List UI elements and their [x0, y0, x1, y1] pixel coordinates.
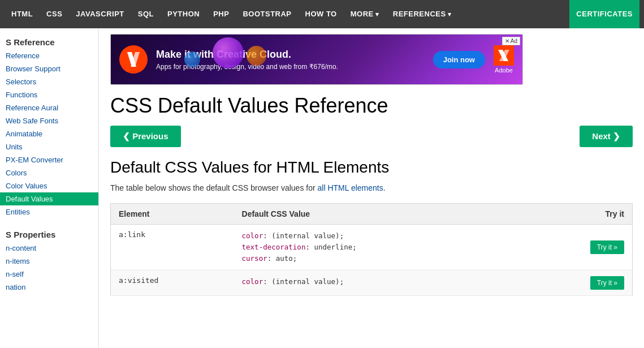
nav-html[interactable]: HTML [5, 0, 40, 28]
table-row: a:linkcolor: (internal value);text-decor… [111, 225, 633, 270]
ad-adobe-label: Adobe [495, 67, 513, 74]
col-element: Element [111, 204, 234, 225]
nav-javascript[interactable]: JAVASCRIPT [69, 0, 131, 28]
page-wrapper: S Reference Reference Browser Support Se… [0, 28, 644, 348]
page-title: CSS Default Values Reference [110, 94, 633, 118]
desc-link-html-elements[interactable]: all HTML elements [318, 183, 383, 192]
sidebar-item-animatable[interactable]: Animatable [0, 127, 98, 140]
try-it-button[interactable]: Try it » [590, 240, 624, 254]
main-content: ✕ Ad Make it with Creative Cloud. Apps f… [99, 28, 644, 348]
nav-sql[interactable]: SQL [131, 0, 161, 28]
nav-references[interactable]: REFERENCES [386, 0, 459, 28]
sidebar-item-colors[interactable]: Colors [0, 166, 98, 179]
sidebar-item-units[interactable]: Units [0, 140, 98, 153]
nav-howto[interactable]: HOW TO [299, 0, 344, 28]
nav-more[interactable]: MORE [344, 0, 386, 28]
desc-suffix: . [383, 183, 386, 192]
sidebar-item-selectors[interactable]: Selectors [0, 75, 98, 88]
nav-buttons: ❮ Previous Next ❯ [110, 126, 633, 147]
table-row: a:visitedcolor: (internal value);Try it … [111, 270, 633, 296]
next-button[interactable]: Next ❯ [580, 126, 633, 147]
sidebar-item-px-em[interactable]: PX-EM Converter [0, 153, 98, 166]
section-description: The table below shows the default CSS br… [110, 182, 633, 194]
table-cell-css: color: (internal value); [234, 270, 522, 296]
table-cell-element: a:visited [111, 270, 234, 296]
sidebar-item-reference[interactable]: Reference [0, 49, 98, 62]
sidebar-item-n-content[interactable]: n-content [0, 242, 98, 255]
sidebar-item-nation[interactable]: nation [0, 281, 98, 294]
sidebar-section1-title: S Reference [0, 33, 98, 49]
nav-css[interactable]: CSS [40, 0, 69, 28]
ad-banner: ✕ Ad Make it with Creative Cloud. Apps f… [110, 34, 523, 85]
default-values-table: Element Default CSS Value Try it a:linkc… [110, 203, 633, 296]
sidebar-item-default-values[interactable]: Default Values [0, 192, 98, 205]
col-default-css: Default CSS Value [234, 204, 522, 225]
sidebar-item-n-items[interactable]: n-items [0, 255, 98, 268]
ad-close-btn[interactable]: ✕ Ad [502, 37, 520, 45]
section-title: Default CSS Values for HTML Elements [110, 158, 633, 177]
table-header-row: Element Default CSS Value Try it [111, 204, 633, 225]
sidebar-item-functions[interactable]: Functions [0, 88, 98, 101]
desc-prefix: The table below shows the default CSS br… [110, 183, 318, 192]
table-cell-try: Try it » [522, 225, 633, 270]
table-cell-css: color: (internal value);text-decoration:… [234, 225, 522, 270]
nav-python[interactable]: PYTHON [161, 0, 206, 28]
ad-join-button[interactable]: Join now [433, 51, 485, 68]
nav-certificates[interactable]: CERTIFICATES [569, 0, 639, 28]
nav-references-dropdown[interactable]: REFERENCES [386, 0, 459, 28]
previous-button[interactable]: ❮ Previous [110, 126, 181, 147]
ad-cc-logo [119, 45, 148, 74]
nav-more-dropdown[interactable]: MORE [344, 0, 386, 28]
col-try-it: Try it [522, 204, 633, 225]
sidebar-item-browser-support[interactable]: Browser Support [0, 62, 98, 75]
sidebar-item-n-self[interactable]: n-self [0, 268, 98, 281]
sidebar-item-web-safe-fonts[interactable]: Web Safe Fonts [0, 114, 98, 127]
sidebar-section2-title: S Properties [0, 225, 98, 242]
top-navigation: HTML CSS JAVASCRIPT SQL PYTHON PHP BOOTS… [0, 0, 644, 28]
sidebar-item-entities[interactable]: Entities [0, 205, 98, 218]
try-it-button[interactable]: Try it » [590, 276, 624, 290]
nav-php[interactable]: PHP [206, 0, 236, 28]
table-cell-try: Try it » [522, 270, 633, 296]
ad-adobe-logo-section: Adobe [494, 45, 514, 74]
nav-bootstrap[interactable]: BOOTSTRAP [236, 0, 298, 28]
ad-adobe-logo [494, 45, 514, 66]
sidebar-item-reference-aural[interactable]: Reference Aural [0, 101, 98, 114]
table-cell-element: a:link [111, 225, 234, 270]
sidebar-item-color-values[interactable]: Color Values [0, 179, 98, 192]
sidebar: S Reference Reference Browser Support Se… [0, 28, 99, 348]
